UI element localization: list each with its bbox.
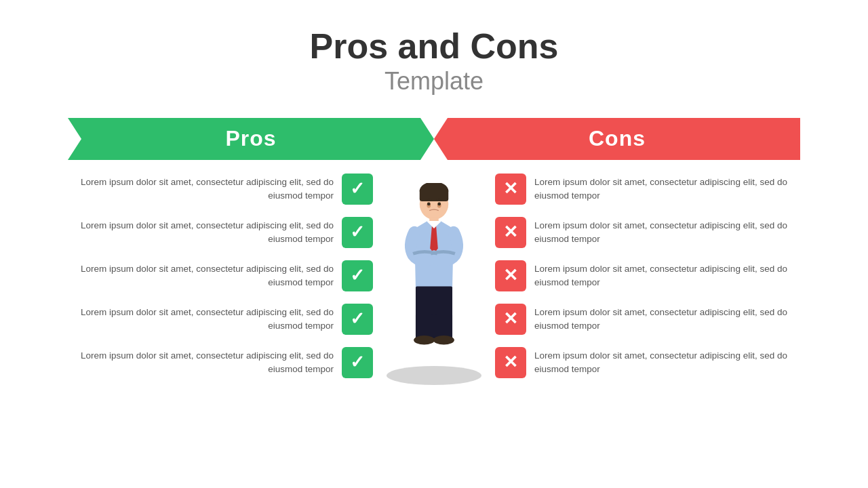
- cons-x-icon-2: ✕: [495, 260, 526, 291]
- cons-row: ✕Lorem ipsum dolor sit amet, consectetur…: [495, 304, 800, 335]
- pros-check-icon-4: ✓: [342, 347, 373, 378]
- pros-row: Lorem ipsum dolor sit amet, consectetur …: [68, 217, 373, 248]
- svg-point-12: [433, 336, 454, 345]
- cons-row: ✕Lorem ipsum dolor sit amet, consectetur…: [495, 217, 800, 248]
- slide: Pros and Cons Template Pros Cons Lorem i…: [0, 0, 868, 488]
- sub-title: Template: [310, 66, 559, 98]
- cons-text-1: Lorem ipsum dolor sit amet, consectetur …: [534, 219, 800, 247]
- cons-column: ✕Lorem ipsum dolor sit amet, consectetur…: [495, 174, 800, 378]
- content-area: Lorem ipsum dolor sit amet, consectetur …: [68, 174, 800, 378]
- checkmark-icon: ✓: [350, 222, 365, 243]
- checkmark-icon: ✓: [350, 178, 365, 199]
- xmark-icon: ✕: [503, 308, 518, 329]
- checkmark-icon: ✓: [350, 265, 365, 286]
- cons-x-icon-3: ✕: [495, 304, 526, 335]
- svg-point-5: [427, 202, 431, 205]
- cons-row: ✕Lorem ipsum dolor sit amet, consectetur…: [495, 347, 800, 378]
- pros-text-3: Lorem ipsum dolor sit amet, consectetur …: [68, 306, 334, 333]
- pros-column: Lorem ipsum dolor sit amet, consectetur …: [68, 174, 373, 378]
- pros-check-icon-2: ✓: [342, 260, 373, 291]
- pros-row: Lorem ipsum dolor sit amet, consectetur …: [68, 347, 373, 378]
- pros-text-2: Lorem ipsum dolor sit amet, consectetur …: [68, 262, 334, 290]
- pros-text-1: Lorem ipsum dolor sit amet, consectetur …: [68, 219, 334, 247]
- cons-row: ✕Lorem ipsum dolor sit amet, consectetur…: [495, 174, 800, 205]
- xmark-icon: ✕: [503, 352, 518, 373]
- pros-text-0: Lorem ipsum dolor sit amet, consectetur …: [68, 176, 334, 203]
- xmark-icon: ✕: [503, 265, 518, 286]
- pros-row: Lorem ipsum dolor sit amet, consectetur …: [68, 304, 373, 335]
- svg-point-11: [414, 336, 435, 345]
- pros-row: Lorem ipsum dolor sit amet, consectetur …: [68, 174, 373, 205]
- pros-check-icon-0: ✓: [342, 174, 373, 205]
- xmark-icon: ✕: [503, 178, 518, 199]
- title-area: Pros and Cons Template: [310, 27, 559, 98]
- main-title: Pros and Cons: [310, 27, 559, 66]
- svg-rect-10: [435, 314, 452, 339]
- pros-text-4: Lorem ipsum dolor sit amet, consectetur …: [68, 349, 334, 377]
- cons-label: Cons: [589, 126, 646, 151]
- checkmark-icon: ✓: [350, 308, 365, 329]
- svg-rect-9: [416, 314, 433, 339]
- figure-container: [387, 183, 481, 385]
- pedestal: [387, 366, 481, 385]
- cons-text-4: Lorem ipsum dolor sit amet, consectetur …: [534, 349, 800, 377]
- cons-x-icon-4: ✕: [495, 347, 526, 378]
- xmark-icon: ✕: [503, 222, 518, 243]
- header-banner: Pros Cons: [68, 118, 800, 160]
- cons-x-icon-1: ✕: [495, 217, 526, 248]
- pros-check-icon-1: ✓: [342, 217, 373, 248]
- person-figure: [393, 183, 475, 373]
- pros-header: Pros: [68, 118, 434, 160]
- pros-label: Pros: [225, 126, 276, 151]
- svg-rect-2: [420, 188, 448, 201]
- center-figure-column: [373, 174, 495, 378]
- svg-point-6: [437, 202, 441, 205]
- cons-text-3: Lorem ipsum dolor sit amet, consectetur …: [534, 306, 800, 333]
- cons-text-2: Lorem ipsum dolor sit amet, consectetur …: [534, 262, 800, 290]
- cons-row: ✕Lorem ipsum dolor sit amet, consectetur…: [495, 260, 800, 291]
- cons-header: Cons: [434, 118, 800, 160]
- cons-text-0: Lorem ipsum dolor sit amet, consectetur …: [534, 176, 800, 203]
- pros-row: Lorem ipsum dolor sit amet, consectetur …: [68, 260, 373, 291]
- cons-x-icon-0: ✕: [495, 174, 526, 205]
- pros-check-icon-3: ✓: [342, 304, 373, 335]
- checkmark-icon: ✓: [350, 352, 365, 373]
